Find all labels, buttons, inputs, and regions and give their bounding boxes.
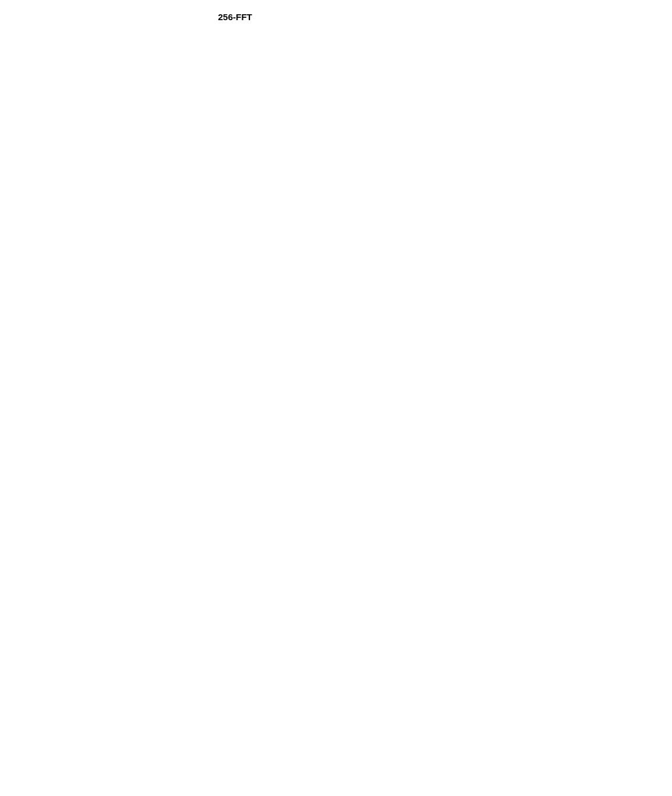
- diagram1-title: 256-FFT: [45, 12, 425, 22]
